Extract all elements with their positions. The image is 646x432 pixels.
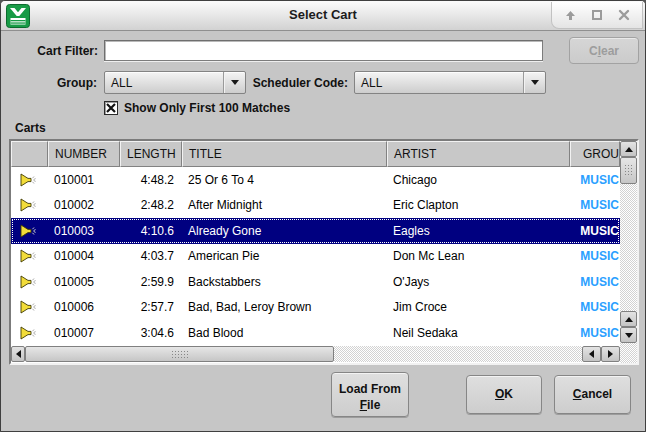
- arrow-left-icon: [589, 350, 594, 358]
- speaker-icon: [20, 326, 38, 340]
- table-row[interactable]: 010006 2:57.7 Bad, Bad, Leroy Brown Jim …: [11, 295, 620, 321]
- column-header-number[interactable]: NUMBER: [48, 141, 120, 167]
- table-row[interactable]: 010002 2:48.2 After Midnight Eric Clapto…: [11, 193, 620, 219]
- arrow-down-icon: [625, 333, 633, 338]
- column-header-artist[interactable]: ARTIST: [387, 141, 570, 167]
- scroll-left-button[interactable]: [582, 346, 601, 362]
- clear-button[interactable]: Clear: [569, 37, 639, 64]
- scroll-down-button[interactable]: [620, 327, 637, 343]
- scroll-up-button[interactable]: [620, 141, 637, 157]
- chevron-down-icon: [531, 80, 539, 85]
- speaker-icon: [20, 224, 38, 238]
- group-label: Group:: [1, 76, 97, 90]
- column-header-group[interactable]: GROUP: [570, 141, 620, 167]
- speaker-icon: [20, 173, 38, 187]
- arrow-right-icon: [608, 350, 613, 358]
- close-button[interactable]: [615, 6, 633, 24]
- speaker-icon: [20, 300, 38, 314]
- checkbox-x-icon: [106, 103, 116, 113]
- show-only-first-100-checkbox[interactable]: [104, 101, 118, 115]
- scheduler-code-combobox[interactable]: ALL: [354, 71, 546, 94]
- cart-filter-label: Cart Filter:: [1, 44, 98, 58]
- show-only-first-100-label: Show Only First 100 Matches: [124, 101, 290, 115]
- speaker-icon: [20, 275, 38, 289]
- maximize-button[interactable]: [588, 6, 606, 24]
- titlebar[interactable]: Select Cart: [1, 1, 645, 31]
- scheduler-dropdown-button[interactable]: [523, 72, 545, 93]
- carts-section-label: Carts: [15, 121, 46, 135]
- cart-filter-input[interactable]: [104, 40, 543, 61]
- chevron-down-icon: [231, 80, 239, 85]
- arrow-up-icon: [625, 317, 633, 322]
- group-selected-value: ALL: [105, 76, 223, 90]
- ok-button[interactable]: OK: [466, 375, 542, 414]
- window-title: Select Cart: [1, 7, 645, 22]
- scrollbar-corner: [620, 343, 637, 363]
- column-header-title[interactable]: TITLE: [182, 141, 387, 167]
- table-row[interactable]: 010004 4:03.7 American Pie Don Mc Lean M…: [11, 244, 620, 270]
- cart-list: NUMBER LENGTH TITLE ARTIST GROUP 010001 …: [9, 139, 639, 365]
- table-row[interactable]: 010005 2:59.9 Backstabbers O'Jays MUSIC: [11, 269, 620, 295]
- cancel-button[interactable]: Cancel: [554, 375, 631, 414]
- close-icon: [618, 9, 630, 21]
- cart-rows: 010001 4:48.2 25 Or 6 To 4 Chicago MUSIC…: [11, 167, 620, 346]
- arrow-up-icon: [564, 9, 577, 22]
- horizontal-scrollbar-thumb[interactable]: [25, 346, 334, 362]
- load-from-file-button[interactable]: Load From File: [331, 372, 409, 417]
- grip-dots-icon: [171, 350, 188, 359]
- column-header-length[interactable]: LENGTH: [120, 141, 182, 167]
- arrow-up-icon: [625, 147, 633, 152]
- table-row-selected[interactable]: 010003 4:10.6 Already Gone Eagles MUSIC: [11, 218, 620, 244]
- scroll-left-button[interactable]: [11, 346, 25, 362]
- vertical-scrollbar-track[interactable]: [620, 184, 637, 311]
- vertical-scrollbar-thumb[interactable]: [620, 157, 637, 184]
- shade-button[interactable]: [561, 6, 579, 24]
- group-combobox[interactable]: ALL: [104, 71, 246, 94]
- scheduler-code-label: Scheduler Code:: [241, 76, 348, 90]
- scroll-up-button[interactable]: [620, 311, 637, 327]
- arrow-left-icon: [16, 350, 21, 358]
- horizontal-scrollbar-track[interactable]: [334, 346, 582, 362]
- scroll-right-button[interactable]: [601, 346, 620, 362]
- select-cart-dialog: Select Cart Cart Filter: Clear Group: AL…: [0, 0, 646, 432]
- speaker-icon: [20, 249, 38, 263]
- window-controls: [551, 2, 643, 29]
- maximize-icon: [591, 9, 603, 21]
- cart-list-header: NUMBER LENGTH TITLE ARTIST GROUP: [11, 141, 620, 167]
- scheduler-selected-value: ALL: [355, 76, 523, 90]
- vertical-scrollbar: [620, 141, 637, 363]
- grip-dots-icon: [624, 164, 633, 177]
- table-row[interactable]: 010007 3:04.6 Bad Blood Neil Sedaka MUSI…: [11, 320, 620, 346]
- horizontal-scrollbar: [11, 346, 620, 362]
- table-row[interactable]: 010001 4:48.2 25 Or 6 To 4 Chicago MUSIC: [11, 167, 620, 193]
- column-header-icon[interactable]: [11, 141, 48, 167]
- speaker-icon: [20, 198, 38, 212]
